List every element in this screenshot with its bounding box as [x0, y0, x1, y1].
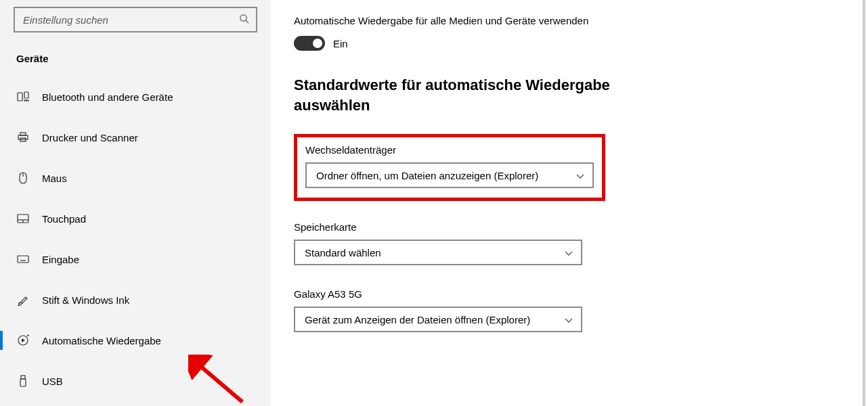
toggle-state-label: Ein — [333, 38, 348, 49]
sidebar-item-bluetooth[interactable]: Bluetooth und andere Geräte — [0, 76, 271, 117]
svg-point-4 — [26, 100, 26, 101]
defaults-header: Standardwerte für automatische Wiedergab… — [294, 75, 646, 115]
memorycard-label: Speicherkarte — [294, 221, 841, 233]
svg-point-6 — [28, 100, 28, 101]
dropdown-value: Gerät zum Anzeigen der Dateien öffnen (E… — [305, 314, 530, 325]
sidebar-item-mouse[interactable]: Maus — [0, 158, 271, 198]
sidebar-item-label: Eingabe — [42, 254, 79, 265]
sidebar-item-label: Drucker und Scanner — [42, 132, 138, 143]
scrollbar[interactable] — [863, 0, 865, 406]
sidebar-item-printers[interactable]: Drucker und Scanner — [0, 117, 271, 158]
dropdown-value: Standard wählen — [305, 247, 381, 258]
phone-device-label: Galaxy A53 5G — [294, 288, 841, 300]
printer-icon — [16, 132, 30, 143]
svg-rect-8 — [18, 135, 28, 139]
sidebar-item-autoplay[interactable]: Automatische Wiedergabe — [0, 320, 271, 361]
removable-drive-label: Wechseldatenträger — [305, 144, 594, 156]
svg-point-5 — [24, 100, 25, 101]
svg-rect-23 — [20, 379, 26, 386]
mouse-icon — [16, 172, 30, 184]
chevron-down-icon — [565, 247, 573, 258]
phone-device-dropdown[interactable]: Gerät zum Anzeigen der Dateien öffnen (E… — [294, 307, 582, 332]
svg-rect-3 — [24, 92, 28, 98]
pen-icon — [16, 294, 30, 306]
search-box[interactable] — [14, 7, 257, 32]
autoplay-all-label: Automatische Wiedergabe für alle Medien … — [294, 15, 841, 26]
sidebar-item-label: Touchpad — [42, 213, 86, 225]
usb-icon — [16, 375, 30, 387]
chevron-down-icon — [565, 314, 573, 325]
svg-rect-22 — [21, 376, 25, 379]
sidebar-item-typing[interactable]: Eingabe — [0, 239, 271, 279]
memorycard-dropdown[interactable]: Standard wählen — [294, 240, 582, 265]
sidebar-item-pen[interactable]: Stift & Windows Ink — [0, 279, 271, 320]
dropdown-value: Ordner öffnen, um Dateien anzuzeigen (Ex… — [316, 170, 538, 181]
svg-rect-2 — [18, 93, 22, 101]
sidebar-item-label: Bluetooth und andere Geräte — [42, 91, 173, 103]
sidebar-item-touchpad[interactable]: Touchpad — [0, 198, 271, 239]
sidebar-item-usb[interactable]: USB — [0, 361, 271, 401]
touchpad-icon — [16, 214, 30, 223]
svg-point-0 — [240, 15, 246, 21]
autoplay-toggle[interactable] — [294, 36, 325, 51]
sidebar: Geräte Bluetooth und andere Geräte Druck… — [0, 0, 271, 406]
bluetooth-devices-icon — [16, 91, 30, 102]
sidebar-item-label: Maus — [42, 173, 67, 184]
sidebar-item-label: Automatische Wiedergabe — [42, 335, 161, 346]
keyboard-icon — [16, 255, 30, 263]
highlight-annotation: Wechseldatenträger Ordner öffnen, um Dat… — [294, 134, 605, 201]
svg-rect-7 — [20, 133, 26, 135]
svg-line-1 — [246, 20, 248, 23]
svg-rect-15 — [18, 256, 28, 263]
sidebar-section-title: Geräte — [0, 43, 271, 76]
main-content: Automatische Wiedergabe für alle Medien … — [271, 0, 868, 406]
sidebar-item-label: Stift & Windows Ink — [42, 294, 129, 306]
toggle-knob — [313, 39, 322, 48]
sidebar-item-label: USB — [42, 376, 63, 387]
removable-drive-dropdown[interactable]: Ordner öffnen, um Dateien anzuzeigen (Ex… — [305, 162, 594, 188]
autoplay-icon — [16, 334, 30, 346]
search-input[interactable] — [23, 14, 239, 26]
chevron-down-icon — [576, 170, 584, 181]
search-icon — [239, 14, 249, 26]
